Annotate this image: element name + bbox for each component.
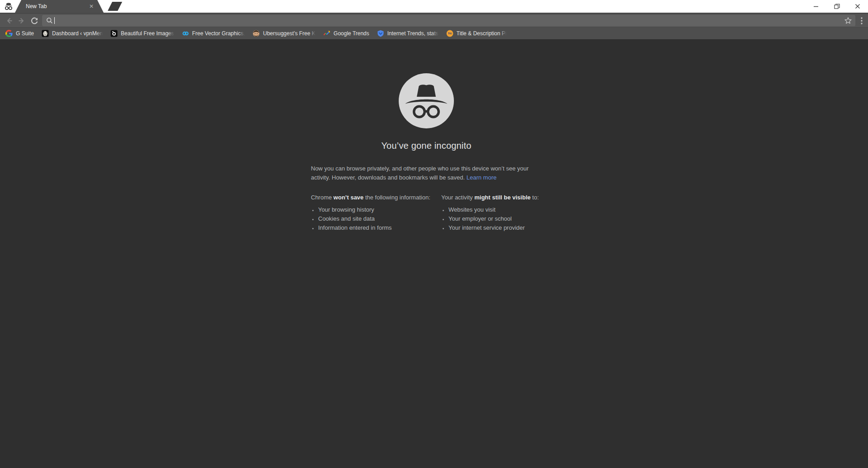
visible-to-header: Your activity might still be visible to:	[441, 194, 542, 201]
omnibox-input[interactable]	[57, 15, 855, 26]
bookmark-ubersuggest[interactable]: Ubersuggest’s Free K	[252, 28, 316, 38]
text-caret	[54, 17, 55, 24]
tab-title: New Tab	[26, 3, 88, 9]
incognito-content: You’ve gone incognito Now you can browse…	[311, 73, 542, 232]
bookmark-label: Dashboard ‹ vpnMen	[52, 30, 103, 37]
camera-icon	[110, 30, 118, 37]
restore-button[interactable]	[826, 0, 847, 13]
google-g-icon	[5, 30, 13, 37]
list-item: Cookies and site data	[318, 214, 441, 223]
blue-links-icon	[182, 30, 189, 37]
page-title: You’ve gone incognito	[311, 141, 542, 151]
blue-shield-icon	[377, 30, 384, 37]
back-button[interactable]	[3, 15, 15, 27]
header-bold-text: won’t save	[334, 194, 363, 201]
bookmark-title-description[interactable]: TIU Title & Description Pi	[445, 28, 508, 38]
learn-more-link[interactable]: Learn more	[467, 174, 496, 181]
incognito-mini-icon	[3, 2, 14, 11]
bookmark-label: G Suite	[16, 30, 34, 37]
bookmark-star-button[interactable]	[844, 16, 853, 25]
guy-fawkes-mask-icon	[42, 30, 49, 37]
list-item: Your internet service provider	[448, 223, 542, 232]
list-item: Your employer or school	[448, 214, 542, 223]
orange-badge-icon: TIU	[446, 30, 453, 37]
header-text: to:	[530, 194, 539, 201]
close-icon	[854, 3, 861, 10]
badge-text: TIU	[448, 32, 452, 35]
list-item: Your browsing history	[318, 205, 441, 214]
incognito-page: You’ve gone incognito Now you can browse…	[0, 40, 868, 468]
bookmark-g-suite[interactable]: G Suite	[5, 28, 35, 38]
header-bold-text: might still be visible	[474, 194, 530, 201]
incognito-icon	[399, 73, 454, 128]
close-button[interactable]	[847, 0, 868, 13]
bookmark-free-vector-graphics[interactable]: Free Vector Graphics,	[181, 28, 246, 38]
visible-to-column: Your activity might still be visible to:…	[441, 194, 542, 232]
bookmark-label: Google Trends	[334, 30, 369, 37]
window-controls	[806, 0, 868, 13]
wont-save-header: Chrome won’t save the following informat…	[311, 194, 441, 201]
omnibox[interactable]	[42, 15, 855, 26]
restore-icon	[833, 3, 840, 10]
refresh-button[interactable]	[28, 15, 41, 27]
titlebar: New Tab ✕	[0, 0, 868, 13]
minimize-icon	[812, 3, 820, 10]
header-text: Your activity	[441, 194, 474, 201]
bookmark-label: Internet Trends, stats	[387, 30, 439, 37]
visible-to-list: Websites you visit Your employer or scho…	[441, 205, 542, 232]
toolbar	[0, 13, 868, 27]
bookmark-label: Free Vector Graphics,	[192, 30, 245, 37]
list-item: Websites you visit	[448, 205, 542, 214]
star-icon	[844, 17, 852, 25]
forward-button[interactable]	[15, 15, 28, 27]
new-tab-button[interactable]	[108, 2, 122, 11]
bookmark-beautiful-free-images[interactable]: Beautiful Free Images	[110, 28, 175, 38]
bookmark-dashboard-vpnmentor[interactable]: Dashboard ‹ vpnMen	[41, 28, 104, 38]
avatar-face-icon	[253, 30, 260, 37]
tab-close-icon[interactable]: ✕	[88, 4, 95, 9]
bookmark-label: Title & Description Pi	[457, 30, 507, 37]
bookmark-label: Beautiful Free Images	[121, 30, 174, 37]
refresh-icon	[30, 16, 39, 25]
back-icon	[5, 16, 14, 25]
header-text: the following information:	[363, 194, 430, 201]
list-item: Information entered in forms	[318, 223, 441, 232]
bookmark-internet-trends-stats[interactable]: Internet Trends, stats	[376, 28, 439, 38]
vertical-dots-icon	[861, 17, 863, 25]
bookmark-label: Ubersuggest’s Free K	[263, 30, 315, 37]
wont-save-list: Your browsing history Cookies and site d…	[311, 205, 441, 232]
search-icon	[46, 17, 53, 24]
tab-new-tab[interactable]: New Tab ✕	[15, 0, 104, 13]
bookmark-google-trends[interactable]: Google Trends	[322, 28, 370, 38]
header-text: Chrome	[311, 194, 334, 201]
browser-menu-button[interactable]	[855, 15, 868, 27]
bookmarks-bar: G Suite Dashboard ‹ vpnMen Beautiful Fre…	[0, 27, 868, 40]
page-description: Now you can browse privately, and other …	[311, 164, 542, 182]
wont-save-column: Chrome won’t save the following informat…	[311, 194, 441, 232]
trends-zigzag-icon	[323, 30, 330, 37]
minimize-button[interactable]	[806, 0, 826, 13]
forward-icon	[17, 16, 26, 25]
info-columns: Chrome won’t save the following informat…	[311, 194, 542, 232]
